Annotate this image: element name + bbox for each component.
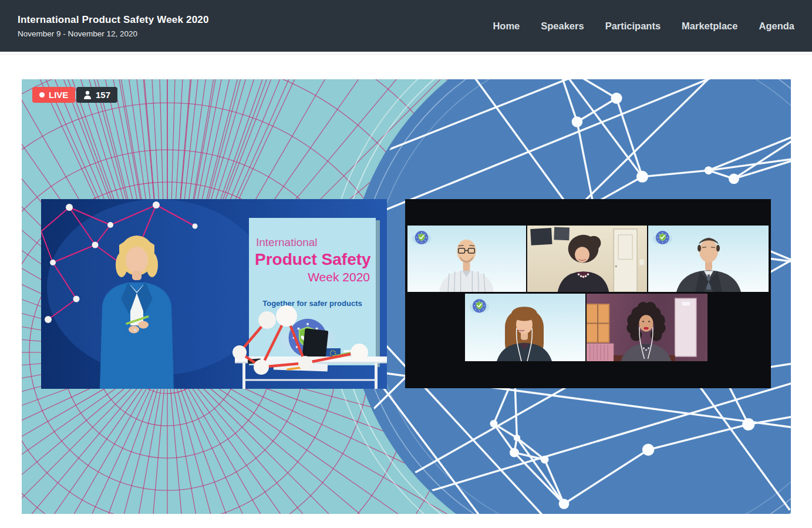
viewer-count-badge: 157 [76,87,117,103]
poster-line1: International [256,236,318,248]
nav-item-participants[interactable]: Participants [605,21,661,32]
participant-3 [648,226,769,292]
nav-item-marketplace[interactable]: Marketplace [682,21,737,32]
page: International Product Safety Week 2020 N… [0,0,812,528]
participant-5 [587,294,707,361]
participant-2 [527,226,647,292]
live-dot-icon [39,92,45,97]
speaker-video[interactable]: International Product Safety Week 2020 T… [41,199,387,389]
call-tile-1 [407,226,526,292]
viewer-count: 157 [96,90,110,100]
speaker-scene: International Product Safety Week 2020 T… [41,199,387,389]
live-badge: LIVE [32,87,75,103]
event-brand: International Product Safety Week 2020 N… [18,14,209,38]
panel-video[interactable] [405,199,771,388]
event-title: International Product Safety Week 2020 [18,14,209,26]
call-tile-2 [527,226,647,292]
header-divider [0,54,812,55]
nav-item-home[interactable]: Home [493,21,520,32]
nav-item-agenda[interactable]: Agenda [759,21,794,32]
participant-4 [465,294,585,361]
live-label: LIVE [49,90,68,100]
live-stage: LIVE 157 [22,79,791,514]
poster-tagline: Together for safer products [262,299,362,308]
main-navigation: Home Speakers Participants Marketplace A… [493,21,794,32]
person-icon [83,90,92,99]
call-tile-4 [465,294,585,361]
participant-1 [407,226,526,292]
event-dates: November 9 - November 12, 2020 [18,29,209,38]
call-tile-3 [648,226,769,292]
poster-line2: Product Safety [255,250,371,268]
call-tile-5 [587,294,707,361]
top-nav-bar: International Product Safety Week 2020 N… [0,0,812,52]
poster-line3: Week 2020 [308,270,370,284]
nav-item-speakers[interactable]: Speakers [541,21,584,32]
